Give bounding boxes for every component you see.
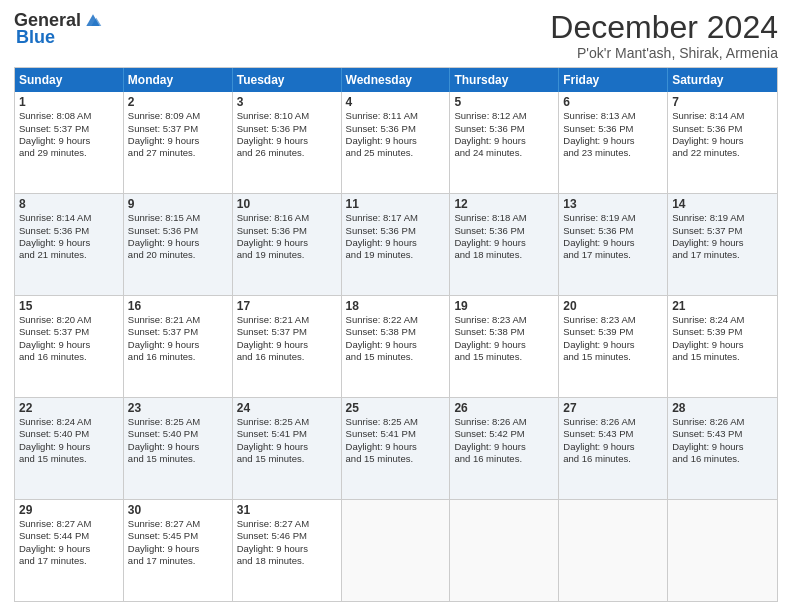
cell-info-line: Sunrise: 8:27 AM	[19, 518, 119, 530]
day-number: 2	[128, 95, 228, 109]
calendar-cell: 26Sunrise: 8:26 AMSunset: 5:42 PMDayligh…	[450, 398, 559, 499]
cell-info-line: Daylight: 9 hours	[19, 339, 119, 351]
calendar-row: 22Sunrise: 8:24 AMSunset: 5:40 PMDayligh…	[15, 397, 777, 499]
logo: General Blue	[14, 10, 103, 48]
cell-info-line: and 16 minutes.	[563, 453, 663, 465]
day-number: 25	[346, 401, 446, 415]
cell-info-line: Sunset: 5:36 PM	[237, 225, 337, 237]
cell-info-line: Sunrise: 8:10 AM	[237, 110, 337, 122]
cell-info-line: Sunset: 5:37 PM	[19, 123, 119, 135]
cell-info-line: Sunset: 5:39 PM	[563, 326, 663, 338]
cell-info-line: and 17 minutes.	[672, 249, 773, 261]
logo-blue: Blue	[16, 27, 55, 48]
cell-info-line: Sunset: 5:40 PM	[128, 428, 228, 440]
cell-info-line: and 17 minutes.	[19, 555, 119, 567]
cell-info-line: and 15 minutes.	[672, 351, 773, 363]
cell-info-line: Sunrise: 8:16 AM	[237, 212, 337, 224]
cell-info-line: Daylight: 9 hours	[128, 339, 228, 351]
cell-info-line: Sunset: 5:36 PM	[346, 123, 446, 135]
cell-info-line: Daylight: 9 hours	[237, 339, 337, 351]
day-number: 31	[237, 503, 337, 517]
header: General Blue December 2024 P'ok'r Mant'a…	[14, 10, 778, 61]
cell-info-line: Sunset: 5:37 PM	[128, 123, 228, 135]
day-number: 15	[19, 299, 119, 313]
day-number: 14	[672, 197, 773, 211]
cell-info-line: and 19 minutes.	[346, 249, 446, 261]
calendar-cell: 11Sunrise: 8:17 AMSunset: 5:36 PMDayligh…	[342, 194, 451, 295]
day-number: 8	[19, 197, 119, 211]
calendar-cell: 20Sunrise: 8:23 AMSunset: 5:39 PMDayligh…	[559, 296, 668, 397]
cell-info-line: Sunset: 5:37 PM	[672, 225, 773, 237]
calendar-cell: 9Sunrise: 8:15 AMSunset: 5:36 PMDaylight…	[124, 194, 233, 295]
calendar-header-cell: Monday	[124, 68, 233, 92]
calendar-cell: 30Sunrise: 8:27 AMSunset: 5:45 PMDayligh…	[124, 500, 233, 601]
calendar-cell: 14Sunrise: 8:19 AMSunset: 5:37 PMDayligh…	[668, 194, 777, 295]
calendar-cell	[559, 500, 668, 601]
cell-info-line: Sunset: 5:36 PM	[563, 123, 663, 135]
cell-info-line: Sunset: 5:43 PM	[563, 428, 663, 440]
cell-info-line: Sunrise: 8:22 AM	[346, 314, 446, 326]
calendar-cell: 28Sunrise: 8:26 AMSunset: 5:43 PMDayligh…	[668, 398, 777, 499]
day-number: 17	[237, 299, 337, 313]
cell-info-line: Daylight: 9 hours	[128, 135, 228, 147]
cell-info-line: Daylight: 9 hours	[454, 441, 554, 453]
cell-info-line: Daylight: 9 hours	[346, 135, 446, 147]
cell-info-line: Sunrise: 8:08 AM	[19, 110, 119, 122]
day-number: 26	[454, 401, 554, 415]
day-number: 11	[346, 197, 446, 211]
day-number: 20	[563, 299, 663, 313]
cell-info-line: Sunset: 5:42 PM	[454, 428, 554, 440]
cell-info-line: Daylight: 9 hours	[454, 339, 554, 351]
day-number: 12	[454, 197, 554, 211]
calendar-cell: 21Sunrise: 8:24 AMSunset: 5:39 PMDayligh…	[668, 296, 777, 397]
calendar-header-cell: Wednesday	[342, 68, 451, 92]
cell-info-line: and 27 minutes.	[128, 147, 228, 159]
calendar-body: 1Sunrise: 8:08 AMSunset: 5:37 PMDaylight…	[15, 92, 777, 601]
cell-info-line: and 17 minutes.	[128, 555, 228, 567]
day-number: 7	[672, 95, 773, 109]
day-number: 23	[128, 401, 228, 415]
cell-info-line: Sunrise: 8:11 AM	[346, 110, 446, 122]
cell-info-line: Sunrise: 8:21 AM	[128, 314, 228, 326]
cell-info-line: and 18 minutes.	[237, 555, 337, 567]
cell-info-line: Sunset: 5:45 PM	[128, 530, 228, 542]
cell-info-line: and 25 minutes.	[346, 147, 446, 159]
cell-info-line: and 16 minutes.	[672, 453, 773, 465]
day-number: 5	[454, 95, 554, 109]
cell-info-line: and 16 minutes.	[237, 351, 337, 363]
calendar-row: 29Sunrise: 8:27 AMSunset: 5:44 PMDayligh…	[15, 499, 777, 601]
calendar-cell: 4Sunrise: 8:11 AMSunset: 5:36 PMDaylight…	[342, 92, 451, 193]
cell-info-line: and 15 minutes.	[237, 453, 337, 465]
day-number: 16	[128, 299, 228, 313]
cell-info-line: Sunset: 5:37 PM	[237, 326, 337, 338]
cell-info-line: Daylight: 9 hours	[19, 237, 119, 249]
cell-info-line: Sunrise: 8:27 AM	[237, 518, 337, 530]
calendar-cell: 18Sunrise: 8:22 AMSunset: 5:38 PMDayligh…	[342, 296, 451, 397]
calendar-cell: 17Sunrise: 8:21 AMSunset: 5:37 PMDayligh…	[233, 296, 342, 397]
cell-info-line: Sunrise: 8:14 AM	[672, 110, 773, 122]
calendar-cell: 10Sunrise: 8:16 AMSunset: 5:36 PMDayligh…	[233, 194, 342, 295]
cell-info-line: Daylight: 9 hours	[672, 339, 773, 351]
calendar-cell: 7Sunrise: 8:14 AMSunset: 5:36 PMDaylight…	[668, 92, 777, 193]
cell-info-line: Daylight: 9 hours	[128, 441, 228, 453]
cell-info-line: and 15 minutes.	[454, 351, 554, 363]
cell-info-line: Daylight: 9 hours	[346, 441, 446, 453]
cell-info-line: and 16 minutes.	[454, 453, 554, 465]
cell-info-line: Daylight: 9 hours	[19, 135, 119, 147]
calendar-cell: 19Sunrise: 8:23 AMSunset: 5:38 PMDayligh…	[450, 296, 559, 397]
cell-info-line: Sunset: 5:36 PM	[19, 225, 119, 237]
cell-info-line: and 29 minutes.	[19, 147, 119, 159]
cell-info-line: Sunset: 5:36 PM	[346, 225, 446, 237]
cell-info-line: Sunrise: 8:24 AM	[19, 416, 119, 428]
cell-info-line: Daylight: 9 hours	[128, 237, 228, 249]
cell-info-line: Sunrise: 8:26 AM	[672, 416, 773, 428]
cell-info-line: and 15 minutes.	[128, 453, 228, 465]
calendar-cell: 27Sunrise: 8:26 AMSunset: 5:43 PMDayligh…	[559, 398, 668, 499]
day-number: 24	[237, 401, 337, 415]
cell-info-line: Sunrise: 8:19 AM	[563, 212, 663, 224]
calendar: SundayMondayTuesdayWednesdayThursdayFrid…	[14, 67, 778, 602]
calendar-cell: 5Sunrise: 8:12 AMSunset: 5:36 PMDaylight…	[450, 92, 559, 193]
calendar-cell: 22Sunrise: 8:24 AMSunset: 5:40 PMDayligh…	[15, 398, 124, 499]
cell-info-line: Daylight: 9 hours	[672, 441, 773, 453]
cell-info-line: Daylight: 9 hours	[346, 237, 446, 249]
